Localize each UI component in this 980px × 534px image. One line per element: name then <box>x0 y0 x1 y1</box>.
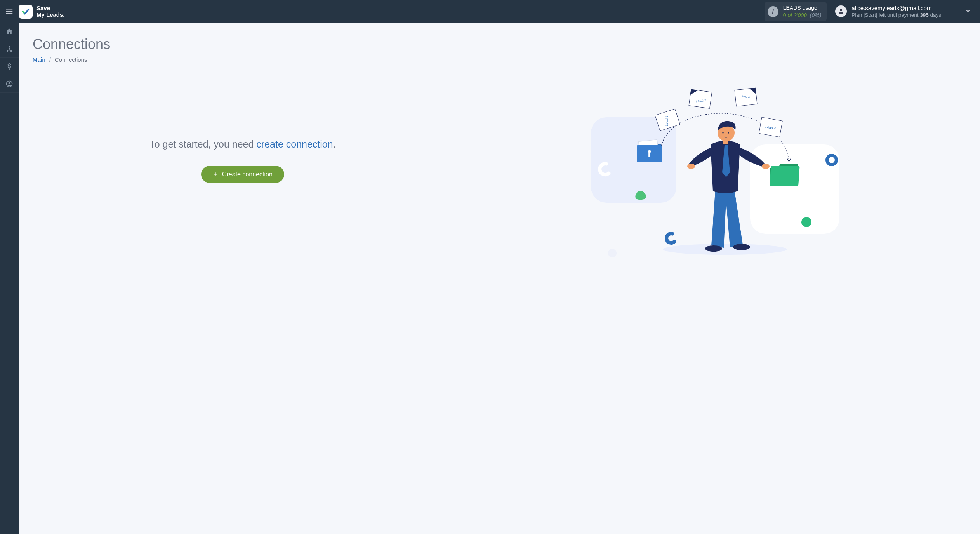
account-dropdown-toggle[interactable] <box>964 7 971 16</box>
create-connection-label: Create connection <box>222 171 273 178</box>
account-plan: Plan |Start| left until payment 395 days <box>851 12 941 19</box>
logo-line2: My Leads. <box>36 12 65 18</box>
svg-rect-1 <box>7 50 8 52</box>
facebook-icon: f <box>648 148 651 159</box>
svg-point-25 <box>705 245 722 252</box>
leads-usage-label: LEADS usage: <box>783 4 822 11</box>
svg-rect-11 <box>770 166 799 186</box>
svg-rect-2 <box>10 50 12 52</box>
illustration: f Lead 1 Lead 2 <box>464 78 966 257</box>
info-icon: i <box>768 6 778 17</box>
sidebar <box>0 23 19 534</box>
hamburger-icon <box>5 7 14 16</box>
hamburger-menu-button[interactable] <box>0 0 19 23</box>
breadcrumb: Main / Connections <box>33 56 966 63</box>
plus-icon <box>213 172 218 177</box>
home-icon <box>5 28 13 35</box>
sidebar-item-billing[interactable] <box>0 58 19 75</box>
account-menu[interactable]: alice.savemyleads@gmail.com Plan |Start|… <box>835 4 941 19</box>
svg-point-32 <box>728 132 729 134</box>
leads-usage-value: 0 of 2'000 (0%) <box>783 12 822 19</box>
chevron-down-icon <box>964 7 971 14</box>
svg-point-26 <box>733 244 750 250</box>
sidebar-item-connections[interactable] <box>0 40 19 58</box>
svg-point-8 <box>663 244 787 255</box>
page-title: Connections <box>33 36 966 52</box>
get-started-text: To get started, you need create connecti… <box>149 137 336 152</box>
breadcrumb-main[interactable]: Main <box>33 56 45 63</box>
sitemap-icon <box>5 45 13 53</box>
svg-point-5 <box>9 82 10 84</box>
breadcrumb-current: Connections <box>55 56 87 63</box>
header: Save My Leads. i LEADS usage: 0 of 2'000… <box>0 0 980 23</box>
svg-text:Lead 1: Lead 1 <box>665 116 669 127</box>
create-connection-link[interactable]: create connection <box>256 139 333 150</box>
svg-point-27 <box>687 164 695 169</box>
svg-point-24 <box>608 249 617 257</box>
logo-mark <box>19 5 33 19</box>
sidebar-item-account[interactable] <box>0 75 19 93</box>
create-connection-button[interactable]: Create connection <box>201 166 284 183</box>
svg-point-31 <box>722 132 724 134</box>
sidebar-item-home[interactable] <box>0 23 19 40</box>
logo-line1: Save <box>36 5 65 12</box>
logo-text: Save My Leads. <box>36 5 65 18</box>
svg-rect-3 <box>9 48 10 49</box>
account-email: alice.savemyleads@gmail.com <box>851 4 941 12</box>
checkmark-icon <box>21 7 30 16</box>
svg-point-28 <box>762 164 770 169</box>
avatar-icon <box>835 5 847 17</box>
svg-point-23 <box>801 217 811 227</box>
main-content: Connections Main / Connections To get st… <box>19 23 980 534</box>
svg-rect-6 <box>591 117 676 203</box>
user-circle-icon <box>5 80 13 88</box>
dollar-icon <box>5 63 13 70</box>
leads-usage-box[interactable]: i LEADS usage: 0 of 2'000 (0%) <box>765 2 827 21</box>
breadcrumb-sep: / <box>49 56 51 63</box>
svg-rect-0 <box>9 46 10 47</box>
